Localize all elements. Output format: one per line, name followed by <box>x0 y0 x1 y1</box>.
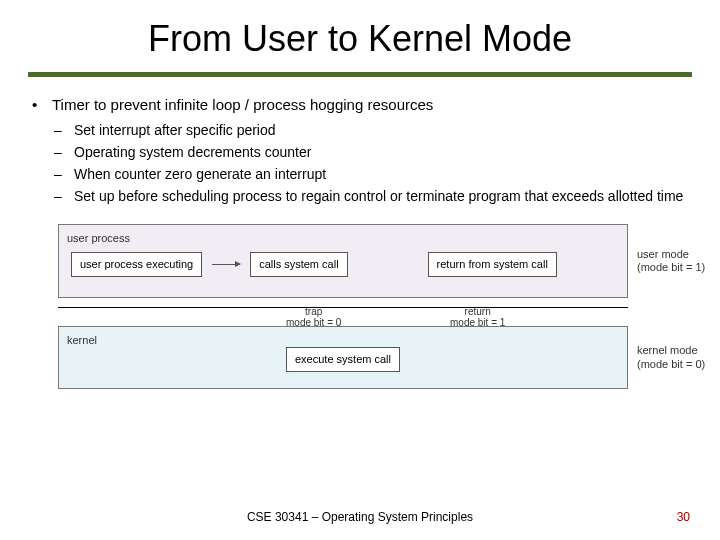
user-panel-label: user process <box>67 231 619 246</box>
sub-bullet-text: Set up before scheduling process to rega… <box>74 187 683 206</box>
bullet-item: • Timer to prevent infinite loop / proce… <box>32 95 688 115</box>
return-annotation: return mode bit = 1 <box>450 306 505 328</box>
bullet-text: Timer to prevent infinite loop / process… <box>52 95 433 115</box>
kernel-box-row: execute system call <box>67 347 619 372</box>
mode-divider <box>58 307 628 308</box>
trap-line1: trap <box>305 306 322 317</box>
slide: From User to Kernel Mode • Timer to prev… <box>0 0 720 540</box>
user-mode-line1: user mode <box>637 248 689 260</box>
kernel-panel-label: kernel <box>67 333 97 348</box>
box-execute-system-call: execute system call <box>286 347 400 372</box>
sub-bullet-text: Operating system decrements counter <box>74 143 311 162</box>
sub-bullet-item: – Operating system decrements counter <box>54 143 688 162</box>
sub-bullet-item: – Set interrupt after specific period <box>54 121 688 140</box>
slide-title: From User to Kernel Mode <box>0 0 720 66</box>
box-calls-system-call: calls system call <box>250 252 347 277</box>
footer-course-label: CSE 30341 – Operating System Principles <box>0 510 720 524</box>
sub-bullet-text: Set interrupt after specific period <box>74 121 276 140</box>
kernel-panel: kernel execute system call kernel mode (… <box>58 326 628 389</box>
slide-footer: CSE 30341 – Operating System Principles … <box>0 510 720 524</box>
box-return-from-syscall: return from system call <box>428 252 557 277</box>
dash-icon: – <box>54 121 74 140</box>
diagram-inner: user process user process executing call… <box>58 224 628 389</box>
kernel-mode-line1: kernel mode <box>637 344 698 356</box>
trap-annotation: trap mode bit = 0 <box>286 306 341 328</box>
dash-icon: – <box>54 165 74 184</box>
body-content: • Timer to prevent infinite loop / proce… <box>0 77 720 389</box>
arrow-right-icon <box>212 264 240 265</box>
sub-bullet-item: – When counter zero generate an interrup… <box>54 165 688 184</box>
user-process-panel: user process user process executing call… <box>58 224 628 298</box>
box-user-executing: user process executing <box>71 252 202 277</box>
sub-bullet-text: When counter zero generate an interrupt <box>74 165 326 184</box>
kernel-mode-side-label: kernel mode (mode bit = 0) <box>637 344 705 370</box>
user-mode-side-label: user mode (mode bit = 1) <box>637 248 705 274</box>
bullet-dot-icon: • <box>32 95 52 115</box>
user-mode-line2: (mode bit = 1) <box>637 261 705 273</box>
kernel-mode-line2: (mode bit = 0) <box>637 357 705 369</box>
dash-icon: – <box>54 187 74 206</box>
sub-bullet-item: – Set up before scheduling process to re… <box>54 187 688 206</box>
dash-icon: – <box>54 143 74 162</box>
sub-bullet-list: – Set interrupt after specific period – … <box>54 121 688 206</box>
user-box-row: user process executing calls system call… <box>71 252 619 277</box>
return-line1: return <box>465 306 491 317</box>
mode-diagram: user process user process executing call… <box>58 224 662 389</box>
